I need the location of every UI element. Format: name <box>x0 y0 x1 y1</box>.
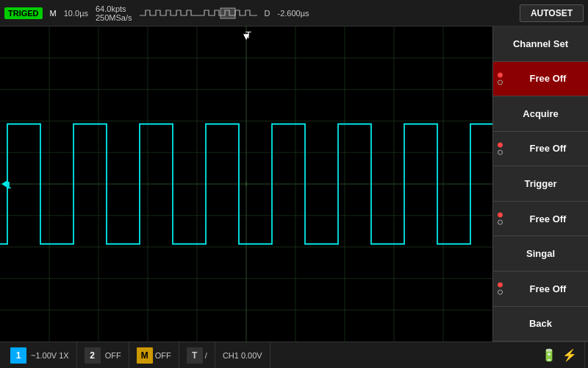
radio-indicators-2 <box>498 142 503 155</box>
trigger-button[interactable]: Trigger <box>493 166 588 202</box>
usb-icon: ⚡ <box>562 348 577 362</box>
radio-dot-filled-1 <box>498 72 503 77</box>
battery-icon: 🔋 <box>542 348 556 362</box>
ch2-section: 2 OFF <box>77 342 129 368</box>
ch1-number: 1 <box>10 347 26 364</box>
back-button[interactable]: Back <box>493 307 588 342</box>
m-off-label: OFF <box>155 351 171 360</box>
waveform-icon <box>140 7 257 20</box>
grid-svg: T 1 <box>0 26 492 342</box>
radio-dot-empty-3 <box>498 220 503 225</box>
radio-dot-filled-4 <box>498 283 503 288</box>
mode-indicator: M <box>50 9 57 18</box>
ch1-info: CH1 0.00V <box>223 351 262 360</box>
waveform-svg <box>140 7 198 20</box>
trigger-d: D <box>265 9 270 18</box>
t-section: T / <box>179 342 215 368</box>
ch1-info-section: CH1 0.00V <box>215 342 270 368</box>
t-slash: / <box>205 351 207 360</box>
radio-indicators-1 <box>498 72 503 85</box>
free-off-3-button[interactable]: Free Off <box>493 202 588 237</box>
ch1-label: ~1.00V 1X <box>31 351 69 360</box>
ch2-off-label: OFF <box>105 351 121 360</box>
m-section: M OFF <box>129 342 179 368</box>
channel-set-button[interactable]: Channel Set <box>493 26 588 62</box>
svg-rect-0 <box>220 8 235 18</box>
ch1-section: 1 ~1.00V 1X <box>3 342 77 368</box>
acquire-button[interactable]: Acquire <box>493 96 588 132</box>
free-off-2-button[interactable]: Free Off <box>493 132 588 167</box>
radio-dot-filled-3 <box>498 213 503 218</box>
free-off-4-button[interactable]: Free Off <box>493 272 588 307</box>
waveform-scroll-svg <box>198 7 257 20</box>
radio-indicators-4 <box>498 283 503 295</box>
top-bar: TRIGED M 10.0µs 64.0kpts 250MSa/s D -2.6… <box>0 0 588 26</box>
timebase-display: 10.0µs <box>64 9 88 18</box>
main-area: T 1 Channel Set Free Off Acquire <box>0 26 588 342</box>
oscilloscope-screen: T 1 <box>0 26 492 342</box>
radio-dot-empty-4 <box>498 290 503 295</box>
m-indicator: M <box>137 347 153 364</box>
trigger-time: -2.600µs <box>277 9 309 18</box>
t-indicator: T <box>187 347 203 364</box>
ch2-number: 2 <box>85 347 101 364</box>
right-panel: Channel Set Free Off Acquire Free Off Tr… <box>492 26 588 342</box>
radio-dot-empty-2 <box>498 149 503 155</box>
radio-indicators-3 <box>498 213 503 225</box>
triged-badge: TRIGED <box>4 7 43 19</box>
radio-dot-filled-2 <box>498 142 503 147</box>
samplerate-display: 64.0kpts 250MSa/s <box>96 4 132 22</box>
radio-dot-empty-1 <box>498 79 503 85</box>
free-off-1-button[interactable]: Free Off <box>493 62 588 97</box>
signal-button[interactable]: Singal <box>493 236 588 272</box>
autoset-button[interactable]: AUTOSET <box>520 4 584 22</box>
battery-usb-section: 🔋 ⚡ <box>534 342 585 368</box>
bottom-bar: 1 ~1.00V 1X 2 OFF M OFF T / CH1 0.00V 🔋 … <box>0 342 588 368</box>
oscilloscope: TRIGED M 10.0µs 64.0kpts 250MSa/s D -2.6… <box>0 0 588 368</box>
